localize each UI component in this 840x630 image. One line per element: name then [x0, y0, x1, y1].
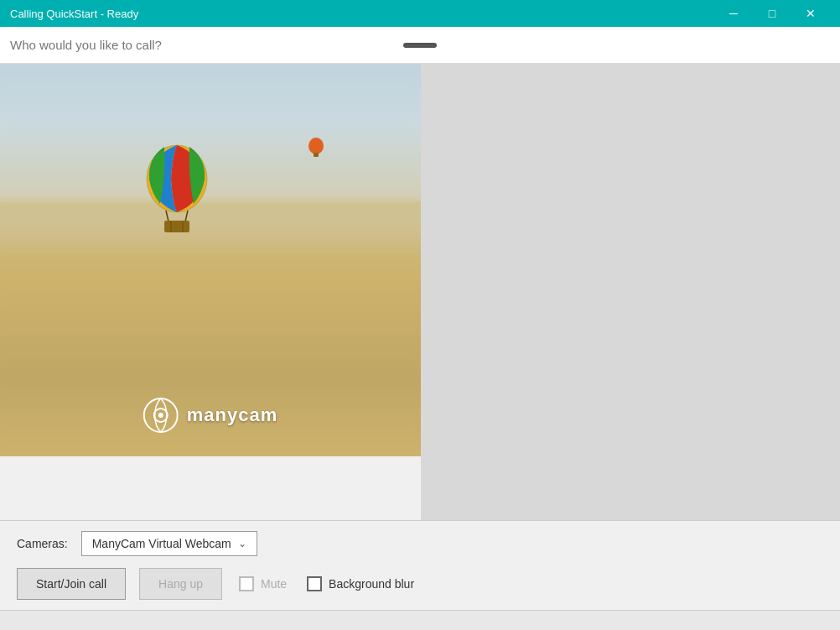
mute-label: Mute	[261, 577, 287, 591]
camera-background: manycam	[0, 64, 421, 456]
chevron-down-icon: ⌄	[238, 538, 246, 549]
camera-select-dropdown[interactable]: ManyCam Virtual Webcam ⌄	[81, 531, 257, 556]
balloon-small	[307, 137, 325, 164]
start-join-call-button[interactable]: Start/Join call	[17, 568, 126, 600]
manycam-brand-text: manycam	[187, 404, 278, 426]
bottom-bar	[0, 610, 840, 630]
close-button[interactable]: ✕	[791, 0, 830, 27]
background-blur-checkbox[interactable]	[307, 576, 322, 591]
app-title: Calling QuickStart - Ready	[10, 8, 138, 20]
background-blur-label: Background blur	[329, 577, 414, 591]
manycam-icon	[143, 398, 179, 433]
minimize-button[interactable]: ─	[714, 0, 753, 27]
svg-point-0	[309, 138, 324, 154]
camera-preview: manycam	[0, 64, 421, 456]
titlebar: Calling QuickStart - Ready ─ □ ✕	[0, 0, 840, 27]
background-blur-row: Background blur	[307, 576, 414, 591]
svg-rect-6	[164, 221, 189, 232]
right-panel	[421, 64, 840, 520]
drag-handle	[403, 43, 437, 48]
camera-row: Cameras: ManyCam Virtual Webcam ⌄	[17, 531, 823, 556]
main-content: manycam	[0, 64, 840, 520]
svg-line-5	[185, 211, 188, 221]
mute-row: Mute	[239, 576, 287, 591]
cameras-label: Cameras:	[17, 537, 68, 550]
svg-rect-1	[314, 153, 319, 157]
camera-selected-value: ManyCam Virtual Webcam	[92, 537, 231, 550]
action-row: Start/Join call Hang up Mute Background …	[17, 568, 823, 600]
svg-point-11	[158, 413, 163, 418]
svg-line-4	[166, 211, 169, 221]
maximize-button[interactable]: □	[753, 0, 791, 27]
hang-up-button[interactable]: Hang up	[139, 568, 222, 600]
balloon-main	[139, 142, 215, 237]
searchbar	[0, 27, 840, 64]
window-controls: ─ □ ✕	[714, 0, 830, 27]
bottom-controls: Cameras: ManyCam Virtual Webcam ⌄ Start/…	[0, 520, 840, 610]
mute-checkbox[interactable]	[239, 576, 254, 591]
manycam-logo: manycam	[143, 398, 278, 433]
